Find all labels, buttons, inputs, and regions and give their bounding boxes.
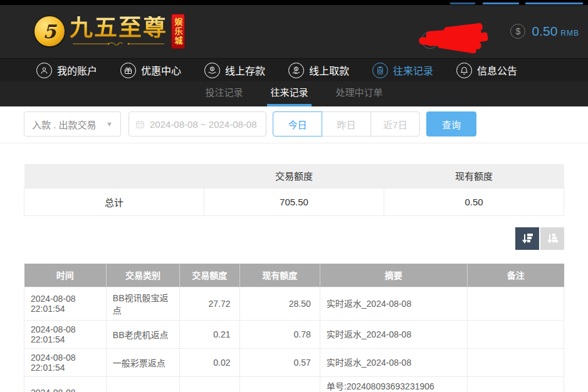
nav-item-label: 线上存款: [225, 63, 265, 78]
cutoff-top-bar: [0, 0, 588, 5]
nav-item-my-account[interactable]: 我的账户: [36, 63, 97, 78]
cell-balance: 0.78: [239, 321, 320, 349]
calendar-icon: [135, 120, 145, 129]
sort-desc-icon[interactable]: [515, 227, 539, 250]
records-header-row: 时间交易类别交易额度现有额度摘要备注: [24, 264, 564, 287]
subtab-pending-orders[interactable]: 处理中订单: [333, 81, 386, 106]
nav-item-promotions[interactable]: 优惠中心: [120, 63, 181, 78]
cell-remark: [467, 321, 564, 349]
transaction-type-value: 入款 . 出款交易: [32, 118, 97, 131]
subtab-bet-records[interactable]: 投注记录: [202, 81, 246, 106]
summary-line: 单号:202408093693231906: [327, 381, 461, 392]
site-logo[interactable]: 5 九五至尊 娱乐城: [34, 14, 185, 49]
deposit-icon: $: [204, 63, 220, 78]
summary-row: 总计705.500.50: [24, 188, 564, 215]
sort-asc-icon[interactable]: [540, 227, 564, 250]
search-button[interactable]: 查询: [426, 111, 476, 137]
cutoff-link-fragment: [525, 3, 583, 4]
balance-currency: RMB: [560, 26, 579, 38]
quick-range-last-7-days[interactable]: 近7日: [370, 111, 420, 137]
logo-flourish-decoration: [71, 41, 165, 46]
summary-col-header: 交易额度: [204, 164, 384, 188]
summary-cell: 0.50: [384, 188, 564, 215]
nav-item-online-withdraw[interactable]: $线上取款: [288, 63, 349, 78]
date-range-input[interactable]: 2024-08-08 ~ 2024-08-08: [129, 111, 266, 137]
cell-amount: 500.00: [179, 377, 239, 392]
cell-summary: 单号:202408093693231906人民币(RMB):500: [320, 377, 467, 392]
table-row: 2024-08-08 22:01:54一般彩票返点0.020.57实时返水_20…: [24, 349, 564, 377]
table-row: 2024-08-08 20:13:06线上存款500.00500.55单号:20…: [24, 377, 564, 392]
withdraw-icon: $: [288, 63, 304, 78]
cell-remark: [467, 349, 564, 377]
cell-time: 2024-08-08 20:13:06: [24, 377, 107, 392]
logo-text-block: 九五至尊: [70, 16, 167, 46]
records-col-header: 交易类别: [106, 264, 179, 287]
nav-item-transactions[interactable]: 往来记录: [372, 63, 433, 78]
records-col-header: 现有额度: [239, 264, 320, 287]
cell-balance: 500.55: [239, 377, 320, 392]
cutoff-link-fragment: [450, 3, 475, 4]
subtab-transaction-records[interactable]: 往来记录: [267, 81, 311, 106]
records-col-header: 时间: [24, 264, 107, 287]
gift-icon: [120, 63, 136, 78]
logo-name: 九五至尊: [70, 16, 167, 40]
summary-col-header: [24, 164, 204, 188]
main-nav: 我的账户优惠中心$线上存款$线上取款往来记录信息公告: [0, 58, 588, 81]
records-col-header: 备注: [467, 264, 564, 287]
nav-item-label: 线上取款: [309, 63, 349, 78]
records-table: 时间交易类别交易额度现有额度摘要备注 2024-08-08 22:01:54BB…: [24, 264, 564, 392]
records-icon: [372, 63, 388, 78]
summary-header-row: 交易额度现有额度: [24, 164, 564, 188]
quick-range-today[interactable]: 今日: [273, 111, 322, 137]
cell-time: 2024-08-08 22:01:54: [24, 321, 107, 349]
user-icon: [36, 63, 52, 78]
cell-remark: Okpay: [467, 377, 564, 392]
cell-remark: [467, 287, 564, 321]
summary-line: 实时返水_2024-08-08: [327, 298, 461, 309]
nav-item-announcements[interactable]: 信息公告: [456, 63, 517, 78]
records-body: 2024-08-08 22:01:54BB视讯骰宝返点27.7228.50实时返…: [24, 287, 564, 392]
cell-type: BB视讯骰宝返点: [106, 287, 179, 321]
records-col-header: 摘要: [320, 264, 467, 287]
cell-time: 2024-08-08 22:01:54: [24, 287, 107, 321]
summary-table: 交易额度现有额度 总计705.500.50: [24, 164, 564, 216]
balance-display[interactable]: $ 0.50 RMB: [510, 24, 579, 39]
logo-coin-icon: 5: [34, 16, 65, 46]
transaction-type-select[interactable]: 入款 . 出款交易 ▼: [24, 111, 121, 137]
summary-line: 实时返水_2024-08-08: [327, 329, 461, 340]
sort-controls: [24, 227, 564, 250]
nav-item-label: 我的账户: [57, 63, 97, 78]
balance-amount: 0.50: [532, 24, 557, 39]
svg-text:$: $: [211, 66, 213, 70]
cell-time: 2024-08-08 22:01:54: [24, 349, 107, 377]
cutoff-link-fragment: [483, 3, 519, 4]
summary-body: 总计705.500.50: [24, 188, 564, 215]
summary-cell: 705.50: [204, 188, 384, 215]
filter-section: 入款 . 出款交易 ▼ 2024-08-08 ~ 2024-08-08 今日昨日…: [0, 106, 588, 143]
svg-text:$: $: [295, 66, 297, 70]
cell-summary: 实时返水_2024-08-08: [320, 349, 467, 377]
cell-summary: 实时返水_2024-08-08: [320, 287, 467, 321]
chevron-down-icon: ▼: [106, 120, 113, 128]
cell-amount: 0.21: [179, 321, 239, 349]
page: 5 九五至尊 娱乐城 $ 0.50 RMB 我的账户优惠中心: [0, 0, 588, 392]
quick-range-yesterday[interactable]: 昨日: [322, 111, 371, 137]
cell-type: 线上存款: [106, 377, 179, 392]
cell-type: BB老虎机返点: [106, 321, 179, 349]
nav-item-online-deposit[interactable]: $线上存款: [204, 63, 265, 78]
quick-range-group: 今日昨日近7日: [273, 111, 420, 137]
logo-badge: 娱乐城: [171, 14, 185, 49]
redacted-username-scribble: [407, 21, 501, 55]
cell-balance: 28.50: [239, 287, 320, 321]
summary-col-header: 现有额度: [384, 164, 564, 188]
nav-item-label: 往来记录: [393, 63, 433, 78]
cell-amount: 0.02: [179, 349, 239, 377]
summary-line: 实时返水_2024-08-08: [327, 357, 461, 368]
nav-item-label: 信息公告: [477, 63, 517, 78]
subtab-bar: 投注记录往来记录处理中订单: [0, 81, 588, 106]
bell-icon: [456, 63, 472, 78]
cell-summary: 实时返水_2024-08-08: [320, 321, 467, 349]
cell-balance: 0.57: [239, 349, 320, 377]
cell-amount: 27.72: [179, 287, 239, 321]
dollar-coin-icon: $: [510, 24, 525, 39]
